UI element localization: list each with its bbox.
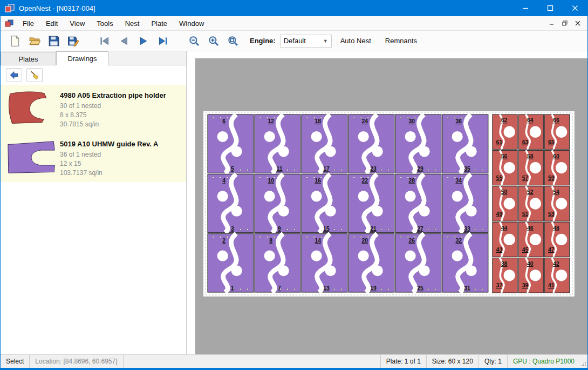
purple-part-pair[interactable]: 1211 xyxy=(255,115,300,173)
status-gpu: GPU : Quadro P1000 xyxy=(507,355,580,368)
plate[interactable]: 6512111817242330293635431091615222128273… xyxy=(203,111,575,297)
menu-tools[interactable]: Tools xyxy=(91,17,119,30)
panel-splitter[interactable] xyxy=(187,51,195,354)
main-toolbar: Engine: Default ▼ Auto Nest Remnants xyxy=(1,31,587,51)
clear-drawings-button[interactable] xyxy=(26,68,43,82)
svg-text:62: 62 xyxy=(501,117,508,123)
maximize-button[interactable] xyxy=(538,0,563,16)
drawing-list-item[interactable]: 4980 A05 Extraction pipe holder 30 of 1 … xyxy=(1,85,186,133)
purple-part-pair[interactable]: 1817 xyxy=(302,115,347,173)
purple-part-pair[interactable]: 3231 xyxy=(442,234,488,292)
resize-grip[interactable] xyxy=(580,355,587,368)
nest-canvas[interactable]: 6512111817242330293635431091615222128273… xyxy=(187,51,587,354)
remnants-button[interactable]: Remnants xyxy=(380,33,422,48)
red-part-pair[interactable]: 3837 xyxy=(493,258,517,293)
next-arrow-icon xyxy=(138,35,149,47)
mdi-window-controls xyxy=(545,18,587,29)
menu-view[interactable]: View xyxy=(64,17,91,30)
save-icon xyxy=(48,35,60,47)
red-part-pair[interactable]: 5453 xyxy=(544,186,569,221)
purple-part-pair[interactable]: 3433 xyxy=(442,174,488,232)
engine-select[interactable]: Default ▼ xyxy=(280,35,332,48)
close-button[interactable] xyxy=(563,0,587,16)
red-part-pair[interactable]: 5655 xyxy=(493,150,517,185)
purple-part-pair[interactable]: 1413 xyxy=(302,234,347,292)
open-button[interactable] xyxy=(26,33,43,49)
purple-part-pair[interactable]: 1615 xyxy=(302,174,347,232)
red-part-pair[interactable]: 6665 xyxy=(544,115,569,149)
red-part-pair[interactable]: 5251 xyxy=(518,186,543,221)
zoom-in-button[interactable] xyxy=(206,33,222,49)
tab-drawings[interactable]: Drawings xyxy=(56,51,108,65)
drawing-nested-count: 36 of 1 nested xyxy=(60,150,183,159)
zoom-out-button[interactable] xyxy=(186,33,202,49)
status-plate: Plate: 1 of 1 xyxy=(380,355,426,368)
first-plate-button[interactable] xyxy=(97,33,113,49)
purple-part-pair[interactable]: 43 xyxy=(208,174,254,232)
svg-text:56: 56 xyxy=(501,153,508,159)
svg-text:42: 42 xyxy=(553,261,559,267)
import-drawing-button[interactable] xyxy=(6,68,22,82)
red-part-pair[interactable]: 4039 xyxy=(518,258,543,293)
menu-file[interactable]: File xyxy=(17,17,40,30)
svg-text:32: 32 xyxy=(455,238,462,244)
last-plate-button[interactable] xyxy=(155,33,171,49)
red-part-pair[interactable]: 4241 xyxy=(544,258,569,293)
red-part-pair[interactable]: 6463 xyxy=(518,115,543,149)
menu-plate[interactable]: Plate xyxy=(145,17,173,30)
purple-part-pair[interactable]: 2019 xyxy=(348,234,394,292)
new-button[interactable] xyxy=(7,33,23,49)
purple-part-pair[interactable]: 21 xyxy=(208,234,254,292)
menu-window[interactable]: Window xyxy=(173,17,210,30)
status-location: Location: [84.8696, 60.6957] xyxy=(30,355,123,368)
svg-text:38: 38 xyxy=(501,261,508,267)
svg-text:14: 14 xyxy=(314,238,321,244)
window-controls xyxy=(513,0,587,16)
document-icon[interactable] xyxy=(5,19,13,28)
auto-nest-button[interactable]: Auto Nest xyxy=(335,33,377,48)
purple-part-pair[interactable]: 2423 xyxy=(348,115,394,173)
mdi-close-button[interactable] xyxy=(571,18,584,29)
broom-icon xyxy=(30,70,39,80)
red-part-pair[interactable]: 5049 xyxy=(493,186,517,221)
status-qty: Qty: 1 xyxy=(478,355,507,368)
purple-part-pair[interactable]: 2827 xyxy=(395,174,441,232)
purple-part-pair[interactable]: 65 xyxy=(208,115,254,173)
svg-text:22: 22 xyxy=(361,178,368,184)
zoom-fit-button[interactable] xyxy=(225,33,241,49)
drawing-list-item[interactable]: 5019 A10 UHMW guide Rev. A 36 of 1 neste… xyxy=(1,133,186,182)
red-part-pair[interactable]: 4645 xyxy=(518,222,543,257)
save-button[interactable] xyxy=(46,33,62,49)
red-part-pair[interactable]: 4847 xyxy=(544,222,569,257)
minimize-button[interactable] xyxy=(513,0,538,16)
menu-nest[interactable]: Nest xyxy=(119,17,146,30)
red-part-pair[interactable]: 6059 xyxy=(544,150,569,185)
mdi-minimize-button[interactable] xyxy=(545,18,558,29)
svg-text:65: 65 xyxy=(548,139,555,145)
red-part-pair[interactable]: 6261 xyxy=(493,115,517,149)
previous-plate-button[interactable] xyxy=(116,33,132,49)
purple-part-pair[interactable]: 3029 xyxy=(395,115,441,173)
svg-text:50: 50 xyxy=(501,189,508,195)
svg-text:53: 53 xyxy=(548,211,555,217)
svg-text:28: 28 xyxy=(408,178,415,184)
svg-text:55: 55 xyxy=(496,175,503,181)
svg-text:2: 2 xyxy=(222,238,225,244)
purple-part-pair[interactable]: 3635 xyxy=(442,115,488,173)
save-as-button[interactable] xyxy=(65,33,81,49)
tab-plates[interactable]: Plates xyxy=(1,52,56,65)
next-plate-button[interactable] xyxy=(135,33,152,49)
mdi-restore-button[interactable] xyxy=(558,18,571,29)
red-part-pair[interactable]: 4443 xyxy=(493,222,517,257)
purple-part-pair[interactable]: 87 xyxy=(255,234,300,292)
svg-text:21: 21 xyxy=(370,226,377,232)
svg-text:61: 61 xyxy=(496,139,503,145)
svg-text:43: 43 xyxy=(496,247,503,253)
svg-text:46: 46 xyxy=(527,225,534,231)
red-part-pair[interactable]: 5857 xyxy=(518,150,543,185)
menu-edit[interactable]: Edit xyxy=(40,17,64,30)
purple-part-pair[interactable]: 2221 xyxy=(348,174,394,232)
purple-part-pair[interactable]: 109 xyxy=(255,174,300,232)
svg-text:60: 60 xyxy=(553,153,559,159)
purple-part-pair[interactable]: 2625 xyxy=(395,234,441,292)
